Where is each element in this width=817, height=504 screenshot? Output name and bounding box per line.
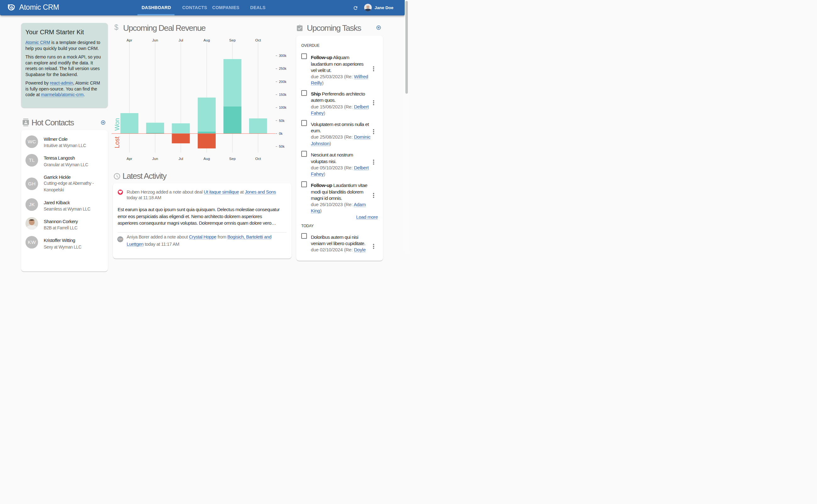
svg-text:50k: 50k bbox=[279, 145, 285, 148]
svg-text:Sep: Sep bbox=[229, 38, 236, 42]
svg-text:Jun: Jun bbox=[152, 157, 158, 161]
svg-text:Jun: Jun bbox=[152, 38, 158, 42]
svg-text:Lost: Lost bbox=[113, 136, 120, 148]
svg-text:Won: Won bbox=[113, 118, 120, 130]
svg-text:Jul: Jul bbox=[178, 38, 183, 42]
svg-text:200k: 200k bbox=[279, 80, 287, 84]
svg-text:Aug: Aug bbox=[203, 157, 210, 161]
svg-text:Jul: Jul bbox=[178, 157, 183, 161]
svg-text:150k: 150k bbox=[279, 93, 287, 96]
svg-text:Apr: Apr bbox=[127, 38, 132, 42]
svg-text:Oct: Oct bbox=[255, 38, 261, 42]
svg-text:Sep: Sep bbox=[229, 157, 236, 161]
svg-text:Aug: Aug bbox=[203, 38, 210, 42]
svg-text:0k: 0k bbox=[279, 132, 283, 135]
svg-text:50k: 50k bbox=[279, 119, 285, 123]
svg-text:100k: 100k bbox=[279, 106, 287, 109]
svg-text:250k: 250k bbox=[279, 67, 287, 70]
svg-text:300k: 300k bbox=[279, 54, 287, 58]
svg-text:Apr: Apr bbox=[127, 157, 132, 161]
svg-text:Oct: Oct bbox=[255, 157, 261, 161]
